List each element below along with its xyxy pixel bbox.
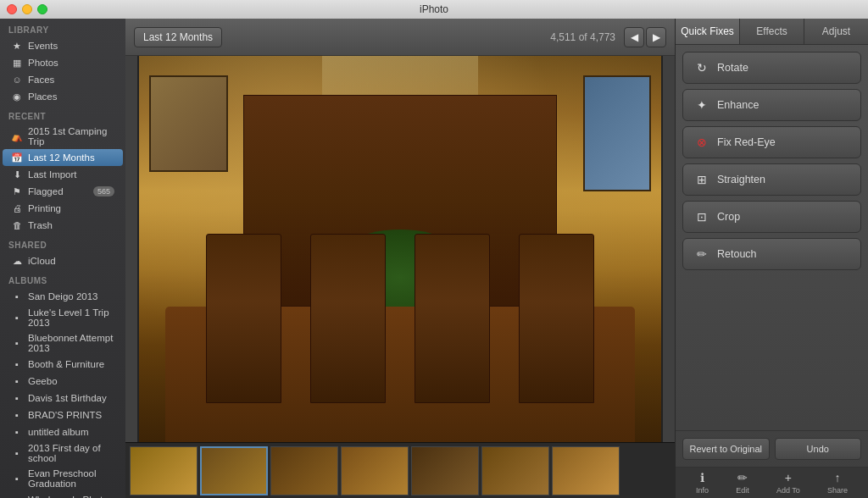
photo-chair (519, 234, 594, 404)
sidebar-item-label: Luke's Level 1 Trip 2013 (28, 307, 114, 328)
rotate-button[interactable]: ↻ Rotate (682, 52, 861, 84)
info-label: Info (696, 486, 709, 495)
album-icon: ▪ (11, 337, 23, 349)
sidebar-item-label: Events (28, 41, 58, 51)
sidebar-item-lastimport[interactable]: ⬇ Last Import (3, 166, 123, 183)
rotate-label: Rotate (717, 62, 748, 74)
sidebar-item-flagged[interactable]: ⚑ Flagged 565 (3, 183, 123, 200)
tab-effects[interactable]: Effects (740, 19, 804, 44)
tab-quick-fixes[interactable]: Quick Fixes (676, 19, 740, 44)
photo-display (137, 56, 663, 442)
filmstrip-thumb[interactable] (552, 446, 620, 495)
titlebar: iPhoto (0, 0, 868, 19)
album-icon: ▪ (11, 409, 23, 421)
album-name-button[interactable]: Last 12 Months (134, 27, 222, 47)
retouch-button[interactable]: ✏ Retouch (682, 238, 861, 270)
sidebar-item-label: untitled album (28, 427, 89, 437)
sidebar-item-label: Geebo (28, 376, 58, 386)
sidebar-item-untitled[interactable]: ▪ untitled album (3, 423, 123, 440)
sidebar-item-icloud[interactable]: ☁ iCloud (3, 252, 123, 269)
sidebar-item-events[interactable]: ★ Events (3, 37, 123, 54)
last12-icon: 📅 (11, 152, 23, 163)
sidebar-item-booth[interactable]: ▪ Booth & Furniture (3, 356, 123, 373)
sidebar-item-davis[interactable]: ▪ Davis 1st Birthday (3, 390, 123, 407)
sidebar-item-wholemade[interactable]: ▪ Wholemade Photos (3, 491, 123, 498)
crop-icon: ⊡ (693, 208, 710, 225)
sidebar-item-trash[interactable]: 🗑 Trash (3, 217, 123, 234)
info-tool[interactable]: ℹ Info (689, 471, 715, 495)
straighten-label: Straighten (717, 174, 765, 185)
filmstrip-thumb[interactable] (270, 446, 338, 495)
sidebar-item-label: Flagged (28, 186, 64, 196)
maximize-button[interactable] (37, 4, 47, 14)
add-to-tool[interactable]: + Add To (770, 471, 807, 495)
album-icon: ▪ (11, 426, 23, 438)
sidebar-item-brads[interactable]: ▪ BRAD'S PRINTS (3, 407, 123, 423)
right-panel: Quick Fixes Effects Adjust ↻ Rotate ✦ En… (675, 19, 868, 498)
straighten-button[interactable]: ⊞ Straighten (682, 163, 861, 196)
share-icon: ↑ (834, 471, 840, 484)
library-section-label: LIBRARY (0, 19, 125, 37)
sidebar-item-lukes-level[interactable]: ▪ Luke's Level 1 Trip 2013 (3, 305, 123, 330)
traffic-lights (7, 4, 47, 14)
sidebar-item-printing[interactable]: 🖨 Printing (3, 200, 123, 217)
enhance-label: Enhance (717, 99, 759, 111)
sidebar-item-label: BRAD'S PRINTS (28, 410, 102, 420)
sidebar-item-last12[interactable]: 📅 Last 12 Months (3, 149, 123, 166)
sidebar-item-label: iCloud (28, 256, 56, 266)
sidebar-item-label: Last Import (28, 169, 77, 180)
fix-red-eye-button[interactable]: ⊗ Fix Red-Eye (682, 126, 861, 158)
crop-label: Crop (717, 211, 740, 223)
filmstrip-thumb[interactable] (481, 446, 549, 495)
shared-section-label: SHARED (0, 234, 125, 252)
retouch-icon: ✏ (693, 246, 710, 263)
album-icon: ▪ (11, 494, 23, 498)
panel-tabs: Quick Fixes Effects Adjust (676, 19, 868, 45)
sidebar-item-san-deigo[interactable]: ▪ San Deigo 2013 (3, 288, 123, 305)
share-tool[interactable]: ↑ Share (821, 471, 854, 495)
sidebar: LIBRARY ★ Events ▦ Photos ☺ Faces ◉ Plac… (0, 19, 125, 498)
album-icon: ▪ (11, 392, 23, 404)
icloud-icon: ☁ (11, 255, 23, 267)
photo-chair (310, 234, 386, 404)
app-title: iPhoto (420, 3, 448, 15)
sidebar-item-photos[interactable]: ▦ Photos (3, 54, 123, 71)
sidebar-item-label: Booth & Furniture (28, 359, 104, 369)
sidebar-item-places[interactable]: ◉ Places (3, 88, 123, 105)
sidebar-item-first-day[interactable]: ▪ 2013 First day of school (3, 440, 123, 466)
edit-tool[interactable]: ✏ Edit (729, 471, 756, 495)
share-label: Share (827, 486, 848, 495)
tab-adjust[interactable]: Adjust (804, 19, 868, 44)
crop-button[interactable]: ⊡ Crop (682, 201, 861, 233)
close-button[interactable] (7, 4, 17, 14)
add-to-label: Add To (776, 486, 800, 495)
lastimport-icon: ⬇ (11, 169, 23, 180)
events-icon: ★ (11, 40, 23, 52)
photo-chairs (192, 191, 609, 404)
undo-button[interactable]: Undo (775, 438, 862, 460)
filmstrip-thumb[interactable] (341, 446, 409, 495)
revert-button[interactable]: Revert to Original (682, 438, 770, 460)
camping-icon: ⛺ (11, 130, 23, 142)
sidebar-item-camping[interactable]: ⛺ 2015 1st Camping Trip (3, 124, 123, 149)
sidebar-item-evan[interactable]: ▪ Evan Preschool Graduation (3, 466, 123, 491)
next-arrow[interactable]: ▶ (646, 27, 666, 47)
sidebar-item-label: Faces (28, 75, 54, 85)
photo-chair (206, 234, 281, 404)
filmstrip-thumb[interactable] (130, 446, 198, 495)
flagged-badge: 565 (93, 186, 114, 196)
album-icon: ▪ (11, 473, 23, 484)
prev-arrow[interactable]: ◀ (624, 27, 644, 47)
sidebar-item-faces[interactable]: ☺ Faces (3, 71, 123, 88)
enhance-button[interactable]: ✦ Enhance (682, 89, 861, 121)
sidebar-item-geebo[interactable]: ▪ Geebo (3, 373, 123, 390)
filmstrip-thumb-active[interactable] (200, 446, 268, 495)
photo-chair (415, 234, 490, 404)
sidebar-item-label: Places (28, 91, 58, 102)
sidebar-item-bluebonnet[interactable]: ▪ Bluebonnet Attempt 2013 (3, 330, 123, 356)
minimize-button[interactable] (22, 4, 32, 14)
sidebar-item-label: Trash (28, 220, 53, 230)
photo-area (125, 56, 675, 442)
sidebar-item-label: Last 12 Months (28, 152, 95, 163)
filmstrip-thumb[interactable] (411, 446, 479, 495)
